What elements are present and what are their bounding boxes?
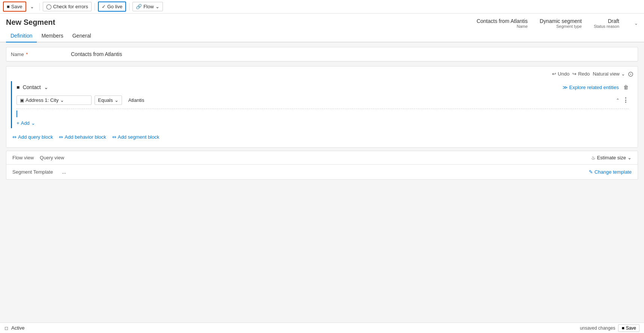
save-dropdown-button[interactable]: ⌄	[28, 2, 36, 11]
query-view-tab[interactable]: Query view	[40, 155, 64, 160]
content-inner: Name * Contacts from Atlantis ↩ Undo ↪	[0, 42, 644, 195]
change-template-button[interactable]: ✎ Change template	[589, 169, 632, 175]
status-left: ◻ Active	[5, 325, 24, 331]
check-errors-button[interactable]: ◯ Check for errors	[43, 2, 92, 11]
name-label-text: Name	[11, 51, 24, 57]
check-errors-label: Check for errors	[53, 4, 88, 9]
expand-icon: ⨀	[628, 71, 633, 77]
view-tabs-left: Flow view Query view	[12, 155, 64, 160]
name-form-value[interactable]: Contacts from Atlantis	[71, 51, 122, 57]
segment-block-icon: ⇔	[112, 134, 116, 140]
contact-block: ■ Contact ⌄ ≫ Explore related entities 🗑	[11, 81, 633, 128]
dashed-divider	[17, 109, 629, 109]
name-required-indicator: *	[26, 51, 28, 57]
check-errors-icon: ◯	[46, 4, 52, 9]
meta-name: Contacts from Atlantis Name	[477, 18, 528, 29]
contact-entity-label: Contact	[23, 84, 41, 90]
flow-chevron-icon: ⌄	[155, 4, 159, 9]
flow-button[interactable]: 🔗 Flow ⌄	[132, 2, 163, 11]
undo-button[interactable]: ↩ Undo	[552, 71, 569, 77]
separator2	[95, 3, 95, 11]
form-card: Name * Contacts from Atlantis	[6, 47, 638, 62]
view-label: Natural view	[593, 71, 620, 77]
condition-value[interactable]: Atlantis	[125, 95, 148, 105]
add-chevron-icon: ⌄	[31, 120, 35, 126]
field-icon: ▣	[20, 98, 24, 103]
change-template-label: Change template	[594, 169, 632, 175]
redo-button[interactable]: ↪ Redo	[572, 71, 590, 77]
field-label: Address 1: City	[26, 97, 59, 103]
query-block-label: Add query block	[18, 134, 53, 140]
tab-definition[interactable]: Definition	[6, 30, 37, 42]
view-tabs-bar: Flow view Query view ♨ Estimate size ⌄	[6, 151, 638, 165]
unsaved-changes-label: unsaved changes	[580, 325, 615, 331]
tab-general[interactable]: General	[68, 30, 96, 42]
estimate-label: Estimate size	[597, 155, 626, 160]
redo-label: Redo	[578, 71, 590, 77]
go-live-icon: ✓	[102, 4, 106, 9]
meta-segment-type-value: Dynamic segment	[540, 18, 582, 24]
meta-status-label: Status reason	[594, 24, 619, 29]
collapse-condition-button[interactable]: ⌃	[616, 98, 620, 103]
save-button[interactable]: ■ Save	[3, 2, 26, 12]
save-icon: ■	[7, 4, 10, 9]
status-expand-icon[interactable]: ◻	[5, 325, 8, 331]
view-chevron-icon: ⌄	[621, 71, 625, 77]
separator	[39, 3, 40, 11]
status-active-label: Active	[11, 325, 24, 331]
view-mode-button[interactable]: Natural view ⌄	[593, 71, 625, 77]
explore-label: Explore related entities	[569, 85, 619, 90]
flow-view-tab[interactable]: Flow view	[12, 155, 34, 160]
add-behavior-block-button[interactable]: ⇔ Add behavior block	[59, 134, 106, 140]
separator3	[129, 3, 129, 11]
content-area: Name * Contacts from Atlantis ↩ Undo ↪	[0, 42, 644, 333]
add-label: Add	[21, 120, 30, 126]
condition-field-dropdown[interactable]: ▣ Address 1: City ⌄	[17, 95, 92, 105]
tab-bar: Definition Members General	[0, 30, 644, 42]
add-row: + Add ⌄	[12, 118, 633, 128]
status-right: unsaved changes ■ Save	[580, 324, 639, 332]
change-template-icon: ✎	[589, 169, 593, 175]
flow-icon: 🔗	[136, 4, 142, 9]
condition-actions: ⌃ ⋮	[616, 97, 629, 104]
explore-related-button[interactable]: ≫ Explore related entities	[563, 85, 619, 90]
meta-name-label: Name	[517, 24, 528, 29]
meta-name-value: Contacts from Atlantis	[477, 18, 528, 24]
condition-operator-dropdown[interactable]: Equals ⌄	[95, 95, 122, 105]
status-bar: ◻ Active unsaved changes ■ Save	[0, 322, 644, 333]
template-row: Segment Template ... ✎ Change template	[6, 165, 638, 179]
cursor-line	[17, 110, 633, 117]
add-query-block-button[interactable]: ⇔ Add query block	[12, 134, 53, 140]
status-save-button[interactable]: ■ Save	[618, 324, 639, 332]
contact-chevron-icon[interactable]: ⌄	[44, 84, 48, 90]
operator-chevron-icon: ⌄	[114, 97, 119, 103]
go-live-button[interactable]: ✓ Go live	[98, 2, 126, 12]
condition-row: ▣ Address 1: City ⌄ Equals ⌄ Atlantis	[12, 93, 633, 107]
contact-entity-icon: ■	[17, 84, 20, 90]
template-value: ...	[62, 169, 66, 175]
more-options-button[interactable]: ⋮	[623, 97, 629, 104]
header-meta: Contacts from Atlantis Name Dynamic segm…	[477, 18, 638, 29]
meta-segment-type-label: Segment type	[556, 24, 582, 29]
segment-block-label: Add segment block	[118, 134, 159, 140]
expand-button[interactable]: ⨀	[628, 71, 633, 77]
operator-label: Equals	[98, 97, 113, 103]
add-condition-button[interactable]: + Add ⌄	[17, 120, 35, 126]
header-chevron-icon[interactable]: ⌄	[634, 21, 638, 26]
field-chevron-icon: ⌄	[60, 97, 64, 103]
estimate-chevron-icon: ⌄	[627, 155, 632, 160]
template-label: Segment Template	[12, 169, 53, 175]
add-segment-block-button[interactable]: ⇔ Add segment block	[112, 134, 159, 140]
block-buttons: ⇔ Add query block ⇔ Add behavior block ⇔…	[6, 130, 638, 144]
behavior-block-icon: ⇔	[59, 134, 63, 140]
page-header: New Segment Contacts from Atlantis Name …	[0, 14, 644, 30]
tab-members[interactable]: Members	[37, 30, 68, 42]
query-block-icon: ⇔	[12, 134, 17, 140]
name-form-row: Name * Contacts from Atlantis	[6, 47, 638, 61]
estimate-size-button[interactable]: ♨ Estimate size ⌄	[591, 155, 632, 160]
meta-status: Draft Status reason	[594, 18, 619, 29]
delete-block-button[interactable]: 🗑	[623, 84, 629, 90]
contact-header: ■ Contact ⌄ ≫ Explore related entities 🗑	[12, 81, 633, 93]
undo-label: Undo	[558, 71, 569, 77]
bottom-panel: Flow view Query view ♨ Estimate size ⌄ S…	[6, 151, 638, 180]
